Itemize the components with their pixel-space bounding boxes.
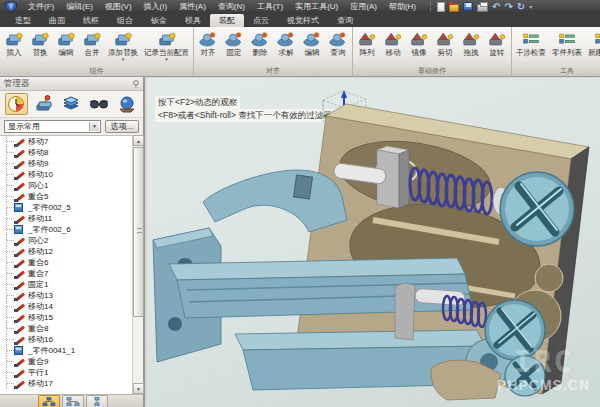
3d-viewport[interactable]: 按下<F2>动态的观察 <F8>或者<Shift-roll> 查找下一个有效的过… [147, 78, 600, 407]
menu-item[interactable]: 属性(A) [173, 0, 212, 13]
scrollbar-thumb[interactable] [133, 147, 144, 317]
tree-item-icon [14, 192, 25, 202]
menu-item[interactable]: 工具(T) [251, 0, 289, 13]
tree-item[interactable]: 移动8 [0, 147, 143, 158]
ribbon-button[interactable]: 固定 [221, 29, 247, 65]
command-icon [30, 31, 50, 48]
scroll-down-icon[interactable]: ▼ [133, 383, 144, 394]
tree-item[interactable]: 移动7 [0, 136, 143, 147]
ribbon-tab[interactable]: 查询 [328, 14, 362, 27]
menu-item[interactable]: 应用(A) [344, 0, 383, 13]
tree-item[interactable]: 重合8 [0, 323, 143, 334]
ribbon-button[interactable]: 查询 [325, 29, 351, 65]
ribbon-button[interactable]: 求解 [273, 29, 299, 65]
tree-item-icon [14, 280, 25, 290]
ribbon-button[interactable]: 编辑 [299, 29, 325, 65]
render-sphere-icon[interactable] [115, 93, 138, 115]
ribbon-button[interactable]: 新建动画 ▾ [585, 29, 600, 65]
tree-item[interactable]: 移动17 [0, 378, 143, 389]
ribbon-tab[interactable]: 线框 [74, 14, 108, 27]
scroll-up-icon[interactable]: ▲ [133, 135, 144, 146]
ribbon-tab[interactable]: 视觉样式 [278, 14, 328, 27]
ribbon-button[interactable]: 删除 [247, 29, 273, 65]
tree-item[interactable]: 重合6 [0, 257, 143, 268]
ribbon-button[interactable]: 编辑 [53, 29, 79, 65]
tree-item[interactable]: 同心1 [0, 180, 143, 191]
tree-item[interactable]: 移动14 [0, 301, 143, 312]
tree-item[interactable]: 平行1 [0, 367, 143, 378]
command-icon [198, 31, 218, 48]
ribbon-tab[interactable]: 曲面 [40, 14, 74, 27]
command-icon [557, 31, 577, 48]
ribbon-button[interactable]: 添加替换 ▾ [105, 29, 141, 65]
refresh-icon[interactable]: ↻ [517, 2, 525, 12]
print-icon[interactable] [477, 4, 488, 12]
tree-item[interactable]: 移动10 [0, 169, 143, 180]
footer-tab-constraint-view[interactable] [62, 395, 84, 407]
tree-item[interactable]: 重合5 [0, 191, 143, 202]
tree-item[interactable]: 固定1 [0, 279, 143, 290]
toolbar-dropdown-icon[interactable]: ▾ [529, 2, 532, 12]
tree-item[interactable]: 移动12 [0, 246, 143, 257]
display-filter-select[interactable]: 显示常用 ▼ [4, 120, 101, 133]
ribbon-tab[interactable]: 点云 [244, 14, 278, 27]
options-button[interactable]: 选项... [105, 120, 139, 133]
pin-icon[interactable]: ⚲ [132, 79, 139, 89]
new-document-icon[interactable] [437, 2, 445, 12]
ribbon-button[interactable]: 移动 [380, 29, 406, 65]
ribbon-button[interactable]: 拖拽 [458, 29, 484, 65]
assembly-icon[interactable] [33, 93, 56, 115]
save-icon[interactable] [463, 2, 473, 11]
tree-item[interactable]: 移动15 [0, 312, 143, 323]
menu-item[interactable]: 帮助(H) [383, 0, 422, 13]
ribbon-tab[interactable]: 模具 [176, 14, 210, 27]
tree-scrollbar[interactable]: ▲ ▼ [132, 135, 143, 394]
ribbon-button[interactable]: 零件列表 [549, 29, 585, 65]
ribbon-tab[interactable]: 钣金 [142, 14, 176, 27]
ribbon-button[interactable]: 插入 [1, 29, 27, 65]
footer-tab-design-tree[interactable] [38, 395, 60, 407]
ribbon-button[interactable]: 记录当前配置 ▾ [141, 29, 192, 65]
open-file-icon[interactable] [449, 4, 459, 12]
layers-icon[interactable] [60, 93, 83, 115]
tree-item[interactable]: 重合7 [0, 268, 143, 279]
ribbon-button[interactable]: 替换 [27, 29, 53, 65]
tree-item[interactable]: 移动16 [0, 334, 143, 345]
tree-item[interactable]: 同心2 [0, 235, 143, 246]
menu-item[interactable]: 实用工具(U) [289, 0, 344, 13]
ribbon-button[interactable]: 合并 [79, 29, 105, 65]
undo-icon[interactable]: ↶ [492, 2, 500, 12]
footer-tab-part-view[interactable] [86, 395, 108, 407]
redo-icon[interactable]: ↷ [504, 2, 512, 12]
menu-item[interactable]: 视图(V) [99, 0, 138, 13]
menu-item[interactable]: 编辑(E) [60, 0, 99, 13]
application-window: 文件(F)编辑(E)视图(V)插入(I)属性(A)查询(N)工具(T)实用工具(… [0, 0, 600, 407]
command-icon [409, 31, 429, 48]
tree-item-icon [14, 258, 25, 268]
tree-connector [6, 290, 14, 301]
tree-item[interactable]: _零件0041_1 [0, 345, 143, 356]
view-glasses-icon[interactable] [88, 93, 111, 115]
ribbon-tab[interactable]: 组合 [108, 14, 142, 27]
ribbon-button[interactable]: 剪切 [432, 29, 458, 65]
tree-item[interactable]: 移动9 [0, 158, 143, 169]
ribbon-button[interactable]: 旋转 [484, 29, 510, 65]
menu-item[interactable]: 查询(N) [212, 0, 251, 13]
tree-item[interactable]: 移动13 [0, 290, 143, 301]
ribbon-group-components: 插入 替换 [0, 27, 194, 76]
tree-item-icon [14, 313, 25, 323]
ribbon-button[interactable]: 对齐 [195, 29, 221, 65]
ribbon-tab[interactable]: 装配 [210, 14, 244, 27]
ribbon-button[interactable]: 阵列 [354, 29, 380, 65]
menu-item[interactable]: 文件(F) [22, 0, 60, 13]
menu-item[interactable]: 插入(I) [138, 0, 174, 13]
tree-item[interactable]: _零件002_5 [0, 202, 143, 213]
ribbon-button[interactable]: 镜像 [406, 29, 432, 65]
ribbon-button[interactable]: 干涉检查 [513, 29, 549, 65]
tree-item[interactable]: 重合9 [0, 356, 143, 367]
tree-item[interactable]: _零件002_6 [0, 224, 143, 235]
ribbon-tab[interactable]: 造型 [6, 14, 40, 27]
history-icon[interactable] [5, 93, 28, 115]
dropdown-arrow-icon: ▾ [165, 57, 168, 62]
tree-item[interactable]: 移动11 [0, 213, 143, 224]
